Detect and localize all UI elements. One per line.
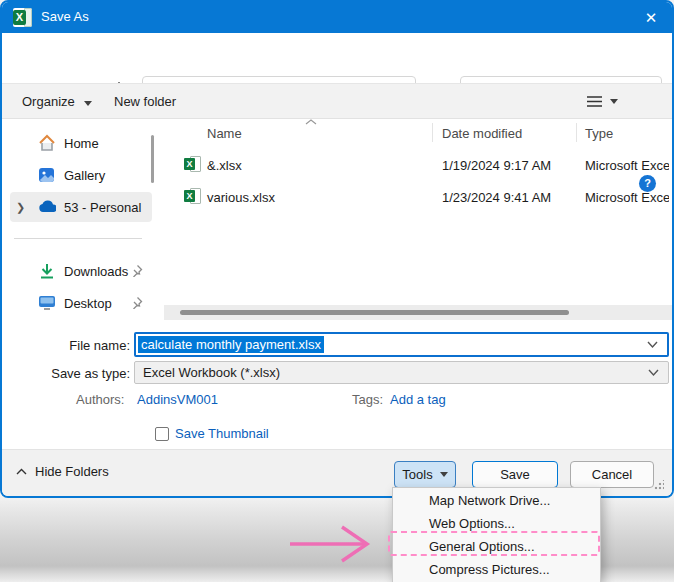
save-button[interactable]: Save [472, 461, 558, 488]
onedrive-cloud-icon [38, 199, 56, 217]
gallery-icon [38, 166, 56, 184]
file-type: Microsoft Excel W [585, 158, 669, 173]
excel-file-icon: X [184, 156, 201, 173]
file-type: Microsoft Excel W [585, 190, 669, 205]
sidebar-divider [14, 238, 142, 239]
new-folder-button[interactable]: New folder [114, 94, 176, 109]
save-thumbnail-label[interactable]: Save Thumbnail [175, 426, 269, 441]
save-thumbnail-checkbox[interactable] [155, 427, 169, 441]
file-date: 1/23/2024 9:41 AM [442, 190, 551, 205]
desktop-icon [38, 294, 56, 312]
column-header-date-modified[interactable]: Date modified [442, 126, 522, 141]
sidebar-item-downloads[interactable]: Downloads [10, 258, 152, 284]
home-icon [38, 134, 56, 152]
authors-link[interactable]: AddinsVM001 [137, 392, 218, 407]
chevron-down-icon[interactable] [646, 340, 659, 349]
command-toolbar: Organize New folder ? [2, 83, 672, 119]
tools-chevron-icon [440, 472, 448, 477]
menu-item-compress-pictures[interactable]: Compress Pictures... [393, 558, 600, 581]
excel-file-icon: X [184, 188, 201, 205]
horizontal-scrollbar-handle[interactable] [180, 310, 569, 315]
resize-grip[interactable] [654, 480, 664, 490]
file-name-selected-text: calculate monthly payment.xlsx [138, 336, 324, 353]
file-name: various.xlsx [207, 190, 275, 205]
sidebar-item-home[interactable]: Home [10, 130, 152, 156]
title-bar: X Save As ✕ [2, 2, 672, 33]
expand-chevron-icon[interactable]: ❯ [16, 201, 25, 214]
sidebar-scrollbar[interactable] [151, 135, 154, 183]
file-date: 1/19/2024 9:17 AM [442, 158, 551, 173]
screen: X Save As ✕ « [0, 0, 674, 582]
authors-label: Authors: [76, 392, 124, 407]
navigation-bar: « Desktop › 2024 [2, 33, 672, 83]
column-header-name[interactable]: Name [207, 126, 242, 141]
column-header-type[interactable]: Type [585, 126, 613, 141]
sidebar-item-onedrive-personal[interactable]: ❯ 53 - Personal [10, 192, 152, 222]
close-icon[interactable]: ✕ [638, 5, 664, 30]
chevron-down-icon[interactable] [647, 368, 660, 377]
excel-app-icon: X [13, 8, 32, 27]
save-as-dialog: X Save As ✕ « [0, 0, 674, 498]
sidebar-item-gallery[interactable]: Gallery [10, 162, 152, 188]
file-name-label: File name: [2, 338, 130, 353]
downloads-icon [38, 262, 56, 280]
window-title: Save As [41, 9, 89, 24]
menu-item-map-network-drive[interactable]: Map Network Drive... [393, 489, 600, 512]
file-name: &.xlsx [207, 158, 242, 173]
file-name-input[interactable]: calculate monthly payment.xlsx [134, 332, 669, 357]
tags-label: Tags: [352, 392, 383, 407]
view-options-icon[interactable] [586, 95, 603, 108]
add-a-tag-link[interactable]: Add a tag [390, 392, 446, 407]
hide-folders-button[interactable]: Hide Folders [16, 464, 109, 479]
annotation-arrow-icon [286, 523, 378, 565]
save-as-type-select[interactable]: Excel Workbook (*.xlsx) [134, 361, 669, 384]
sidebar-item-desktop[interactable]: Desktop [10, 290, 152, 316]
organize-button[interactable]: Organize [22, 94, 92, 109]
chevron-up-icon [16, 468, 27, 475]
pin-icon [130, 264, 143, 277]
annotation-highlight-box [388, 531, 600, 556]
save-as-type-label: Save as type: [2, 366, 130, 381]
cancel-button[interactable]: Cancel [570, 461, 654, 488]
pin-icon [130, 296, 143, 309]
view-options-chevron-icon[interactable] [610, 99, 618, 104]
save-as-type-value: Excel Workbook (*.xlsx) [143, 365, 280, 380]
sort-ascending-chevron-icon [305, 119, 317, 125]
tools-button[interactable]: Tools [394, 461, 456, 488]
organize-chevron-icon [84, 101, 92, 106]
